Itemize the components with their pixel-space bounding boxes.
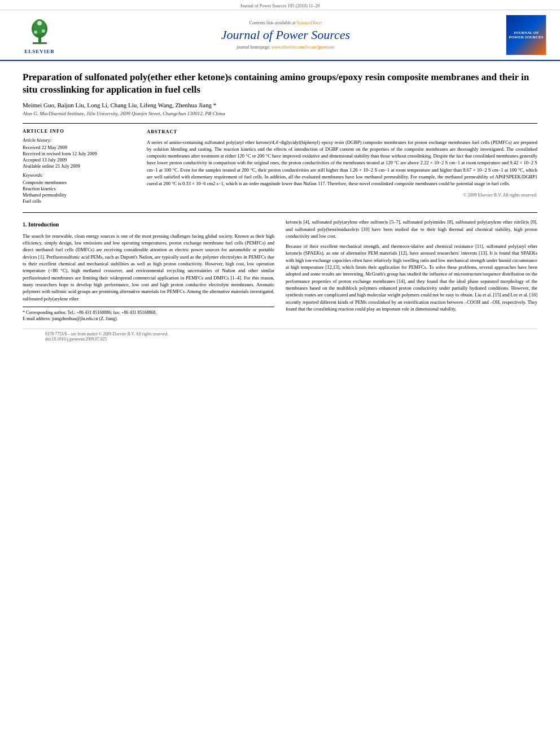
received-revised-date: Received in revised form 12 July 2009 — [23, 151, 135, 156]
elsevier-name: ELSEVIER — [24, 49, 55, 54]
keywords-label: Keywords: — [23, 172, 135, 178]
journal-header-center: Contents lists available at ScienceDirec… — [73, 15, 498, 55]
sciencedirect-link[interactable]: ScienceDirect — [297, 20, 322, 25]
abstract-title: ABSTRACT — [147, 128, 537, 135]
journal-info: Journal of Power Sources 195 (2010) 11–2… — [240, 3, 320, 8]
journal-homepage: journal homepage: www.elsevier.com/locat… — [237, 45, 335, 50]
contents-line: Contents lists available at ScienceDirec… — [250, 20, 322, 25]
article-content: Preparation of sulfonated poly(ether eth… — [0, 61, 560, 353]
article-title: Preparation of sulfonated poly(ether eth… — [23, 71, 537, 96]
journal-header-right: JOURNAL OF POWER SOURCES — [504, 15, 549, 55]
abstract-section: ABSTRACT A series of amino-containing su… — [147, 128, 537, 204]
footnote-email: E-mail address: jiangzhenhua@jlu.edu.cn … — [23, 316, 274, 322]
section1-heading: 1. Introduction — [23, 221, 274, 229]
keywords-list: Composite membranes Reaction kinetics Me… — [23, 180, 135, 204]
body-col2-p2: Because of their excellent mechanical st… — [286, 243, 537, 312]
keyword-3: Methanol permeability — [23, 192, 135, 198]
svg-point-6 — [42, 29, 45, 33]
svg-rect-1 — [33, 42, 47, 44]
journal-title-heading: Journal of Power Sources — [221, 28, 350, 42]
keyword-2: Reaction kinetics — [23, 186, 135, 191]
body-columns: 1. Introduction The search for renewable… — [23, 219, 537, 322]
footer-bar: 0378-7753/$ – see front matter © 2009 El… — [23, 329, 537, 342]
svg-point-5 — [37, 21, 42, 25]
authors: Meimei Guo, Baijun Liu, Long Li, Chang L… — [23, 102, 537, 108]
svg-point-4 — [34, 30, 37, 34]
elsevier-tree-icon — [24, 16, 55, 47]
journal-header: ELSEVIER Contents lists available at Sci… — [0, 10, 560, 61]
footnote-divider — [23, 307, 274, 307]
abstract-text: A series of amino-containing sulfonated … — [147, 139, 537, 187]
journal-homepage-link[interactable]: www.elsevier.com/locate/jpowsour — [272, 45, 335, 50]
available-date: Available online 21 July 2009 — [23, 163, 135, 169]
body-col-left: 1. Introduction The search for renewable… — [23, 219, 274, 322]
article-info-title: ARTICLE INFO — [23, 128, 135, 134]
keyword-1: Composite membranes — [23, 180, 135, 185]
received-date: Received 22 May 2009 — [23, 145, 135, 150]
footer-issn: 0378-7753/$ – see front matter © 2009 El… — [45, 331, 168, 337]
footnote-star: * Corresponding author. Tel.: +86 431 85… — [23, 309, 274, 316]
article-info: ARTICLE INFO Article history: Received 2… — [23, 128, 135, 204]
journal-header-left: ELSEVIER — [11, 15, 68, 55]
journal-cover-image: JOURNAL OF POWER SOURCES — [506, 15, 546, 55]
body-col-right: ketone)s [4], sulfonated poly(arylene et… — [286, 219, 537, 322]
body-col1-p1: The search for renewable, clean energy s… — [23, 233, 274, 302]
elsevier-logo: ELSEVIER — [24, 16, 55, 54]
page: Journal of Power Sources 195 (2010) 11–2… — [0, 0, 560, 747]
journal-top-bar: Journal of Power Sources 195 (2010) 11–2… — [0, 0, 560, 10]
affiliation: Alan G. MacDiarmid Institute, Jilin Univ… — [23, 111, 537, 116]
info-abstract-row: ARTICLE INFO Article history: Received 2… — [23, 123, 537, 204]
footer-doi: doi:10.1016/j.jpowsour.2009.07.025 — [45, 337, 107, 342]
keyword-4: Fuel cells — [23, 198, 135, 204]
history-label: Article history: — [23, 137, 135, 143]
copyright-line: © 2009 Elsevier B.V. All rights reserved… — [147, 192, 537, 199]
accepted-date: Accepted 13 July 2009 — [23, 157, 135, 163]
body-col2-p1: ketone)s [4], sulfonated poly(arylene et… — [286, 219, 537, 239]
body-divider — [23, 212, 537, 213]
